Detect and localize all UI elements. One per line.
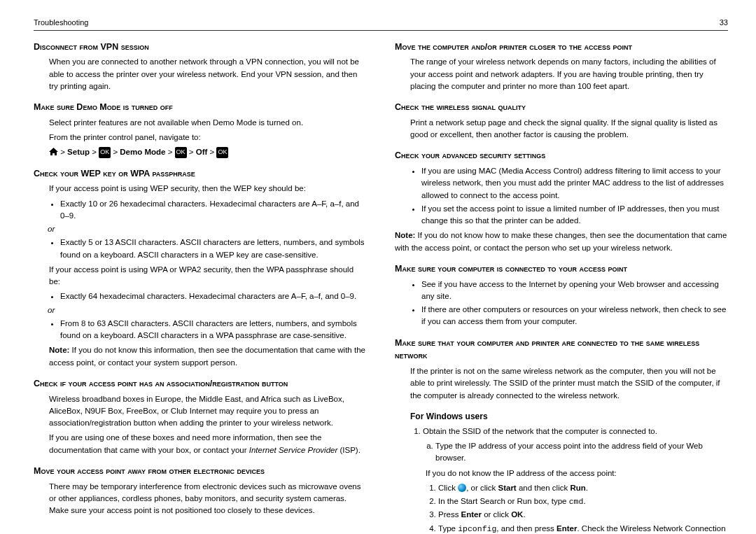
adv-list: If you are using MAC (Media Access Contr…	[395, 165, 728, 227]
list-item: Press Enter or click OK.	[438, 509, 728, 521]
nav-setup: Setup	[67, 148, 90, 156]
list-item: If you set the access point to issue a l…	[421, 203, 728, 227]
nav-demo: Demo Mode	[120, 148, 165, 156]
sub-a: Type the IP address of your access point…	[423, 440, 728, 465]
p-vpn: When you are connected to another networ…	[34, 56, 367, 92]
list-item: In the Start Search or Run box, type cmd…	[438, 496, 728, 507]
list-item: From 8 to 63 ASCII characters. ASCII cha…	[60, 318, 367, 342]
nav-off: Off	[196, 148, 208, 156]
wpa-list: Exactly 64 hexadecimal characters. Hexad…	[34, 290, 367, 342]
h-assoc: Check if your access point has an associ…	[34, 377, 367, 391]
h-conn: Make sure your computer is connected to …	[395, 262, 728, 276]
h-adv: Check your advanced security settings	[395, 149, 728, 162]
wep-list: Exactly 10 or 26 hexadecimal characters.…	[34, 198, 367, 261]
list-item: Click , or click Start and then click Ru…	[438, 482, 728, 494]
list-item: See if you have access to the Internet b…	[421, 279, 728, 303]
list-item: Exactly 10 or 26 hexadecimal characters.…	[60, 198, 367, 223]
p-ifip: If you do not know the IP address of the…	[395, 468, 728, 479]
header-section: Troubleshooting	[34, 17, 88, 29]
home-icon	[49, 147, 58, 155]
conn-list: See if you have access to the Internet b…	[395, 279, 728, 328]
or-text: or	[48, 304, 367, 316]
ok-icon: OK	[216, 147, 228, 158]
ok-icon: OK	[175, 147, 187, 158]
p-wep2: If your access point is using WPA or WPA…	[34, 264, 367, 288]
content-columns: Disconnect from VPN session When you are…	[34, 41, 728, 535]
p-demo2: From the printer control panel, navigate…	[34, 132, 367, 143]
h-vpn: Disconnect from VPN session	[34, 41, 367, 54]
page-header: Troubleshooting 33	[34, 17, 728, 31]
list-item: If you are using MAC (Media Access Contr…	[421, 165, 728, 202]
h-closer: Move the computer and/or printer closer …	[395, 41, 728, 54]
h-win: For Windows users	[395, 410, 728, 423]
list-item: If there are other computers or resource…	[421, 304, 728, 328]
p-wep1: If your access point is using WEP securi…	[34, 183, 367, 195]
p-closer: The range of your wireless network depen…	[395, 56, 728, 92]
h-move: Move your access point away from other e…	[34, 465, 367, 478]
or-text: or	[48, 223, 367, 235]
nav-path: > Setup > OK > Demo Mode > OK > Off > OK	[34, 146, 367, 158]
h-same: Make sure that your computer and printer…	[395, 337, 728, 363]
h-demo: Make sure Demo Mode is turned off	[34, 101, 367, 114]
h-signal: Check the wireless signal quality	[395, 101, 728, 114]
list-item: Type the IP address of your access point…	[435, 440, 728, 465]
p-assoc1: Wireless broadband boxes in Europe, the …	[34, 393, 367, 430]
p-assoc2: If you are using one of these boxes and …	[34, 432, 367, 456]
right-column: Move the computer and/or printer closer …	[395, 41, 728, 535]
list-item: Exactly 5 or 13 ASCII characters. ASCII …	[60, 237, 367, 261]
ip-steps: Click , or click Start and then click Ru…	[395, 482, 728, 534]
note-wep: Note: If you do not know this informatio…	[34, 344, 367, 369]
list-item: Exactly 64 hexadecimal characters. Hexad…	[60, 290, 367, 302]
left-column: Disconnect from VPN session When you are…	[34, 41, 367, 535]
list-item: Type ipconfig, and then press Enter. Che…	[438, 523, 728, 535]
p-signal: Print a network setup page and check the…	[395, 117, 728, 141]
h-wep: Check your WEP key or WPA passphrase	[34, 167, 367, 181]
win-steps: Obtain the SSID of the network that the …	[395, 426, 728, 465]
ok-icon: OK	[99, 147, 111, 158]
list-item: Obtain the SSID of the network that the …	[423, 426, 728, 465]
header-page: 33	[720, 17, 728, 29]
p-move: There may be temporary interference from…	[34, 481, 367, 517]
p-demo1: Select printer features are not availabl…	[34, 117, 367, 129]
start-orb-icon	[458, 484, 466, 492]
p-same: If the printer is not on the same wirele…	[395, 365, 728, 402]
note-adv: Note: If you do not know how to make the…	[395, 230, 728, 254]
